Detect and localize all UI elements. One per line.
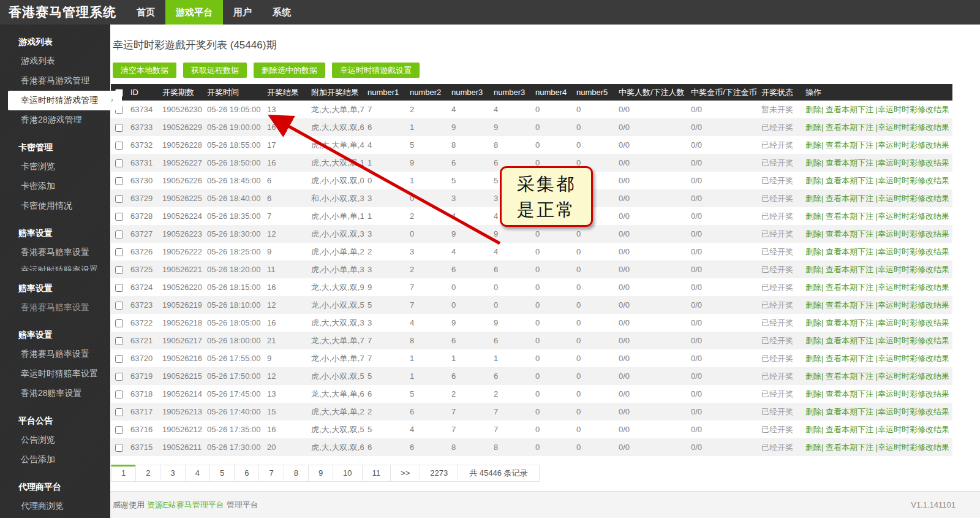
- toolbar-button-3[interactable]: 幸运时时猜遊戲设置: [332, 63, 420, 78]
- row-checkbox[interactable]: [115, 213, 123, 221]
- sidebar-item[interactable]: 公告浏览: [0, 430, 110, 450]
- delete-link[interactable]: 删除: [805, 354, 821, 363]
- delete-link[interactable]: 删除: [805, 158, 821, 167]
- sidebar-item[interactable]: 卡密浏览: [0, 157, 110, 177]
- sidebar-item[interactable]: 香港赛马赔率设置: [0, 298, 110, 318]
- sidebar-item[interactable]: 代理商浏览: [0, 497, 110, 516]
- delete-link[interactable]: 删除: [805, 318, 821, 327]
- delete-link[interactable]: 删除: [805, 283, 821, 292]
- modify-result-link[interactable]: 幸运时时彩修改结果: [878, 354, 949, 363]
- modify-result-link[interactable]: 幸运时时彩修改结果: [878, 123, 949, 132]
- sidebar-item[interactable]: 香港28赔率设置: [0, 384, 110, 403]
- page-button-6[interactable]: 6: [234, 465, 259, 482]
- sidebar-item[interactable]: 游戏列表: [0, 51, 110, 71]
- last-page-button[interactable]: 2273: [420, 465, 458, 482]
- delete-link[interactable]: 删除: [805, 371, 821, 381]
- delete-link[interactable]: 删除: [805, 336, 821, 345]
- page-button-5[interactable]: 5: [209, 465, 235, 482]
- view-bets-link[interactable]: 查看本期下注: [826, 158, 873, 167]
- view-bets-link[interactable]: 查看本期下注: [826, 443, 873, 452]
- delete-link[interactable]: 删除: [805, 247, 821, 256]
- toolbar-button-2[interactable]: 删除选中的数据: [254, 63, 325, 78]
- modify-result-link[interactable]: 幸运时时彩修改结果: [878, 389, 949, 398]
- row-checkbox[interactable]: [115, 284, 123, 292]
- delete-link[interactable]: 删除: [805, 265, 821, 274]
- sidebar-item-active[interactable]: 幸运时时猜游戏管理›: [8, 91, 122, 110]
- modify-result-link[interactable]: 幸运时时彩修改结果: [878, 194, 949, 203]
- sidebar-item[interactable]: 香港赛马赔率设置: [0, 345, 110, 364]
- row-checkbox[interactable]: [115, 248, 123, 256]
- view-bets-link[interactable]: 查看本期下注: [826, 407, 873, 416]
- row-checkbox[interactable]: [115, 159, 123, 167]
- delete-link[interactable]: 删除: [805, 425, 821, 434]
- sidebar-item[interactable]: 香港赛马游戏管理: [0, 71, 110, 91]
- modify-result-link[interactable]: 幸运时时彩修改结果: [878, 265, 949, 274]
- page-button-2[interactable]: 2: [135, 465, 160, 482]
- delete-link[interactable]: 删除: [805, 194, 821, 203]
- view-bets-link[interactable]: 查看本期下注: [826, 354, 873, 363]
- modify-result-link[interactable]: 幸运时时彩修改结果: [878, 247, 949, 256]
- modify-result-link[interactable]: 幸运时时彩修改结果: [878, 425, 949, 434]
- sidebar-item[interactable]: 幸运时时猜赔率设置: [0, 262, 110, 271]
- modify-result-link[interactable]: 幸运时时彩修改结果: [878, 140, 949, 150]
- view-bets-link[interactable]: 查看本期下注: [826, 425, 873, 434]
- sidebar-item[interactable]: 香港28游戏管理: [0, 110, 110, 130]
- delete-link[interactable]: 删除: [805, 211, 821, 221]
- delete-link[interactable]: 删除: [805, 389, 821, 398]
- modify-result-link[interactable]: 幸运时时彩修改结果: [878, 443, 949, 452]
- view-bets-link[interactable]: 查看本期下注: [826, 176, 873, 185]
- nav-item-3[interactable]: 系统: [262, 0, 301, 25]
- row-checkbox[interactable]: [115, 390, 123, 398]
- toolbar-button-0[interactable]: 清空本地数据: [113, 63, 176, 78]
- row-checkbox[interactable]: [115, 319, 123, 327]
- row-checkbox[interactable]: [115, 230, 123, 238]
- modify-result-link[interactable]: 幸运时时彩修改结果: [878, 229, 949, 238]
- footer-platform-link[interactable]: 资源E站赛马管理平台: [147, 500, 224, 511]
- modify-result-link[interactable]: 幸运时时彩修改结果: [878, 211, 949, 221]
- modify-result-link[interactable]: 幸运时时彩修改结果: [878, 336, 949, 345]
- row-checkbox[interactable]: [115, 426, 123, 434]
- modify-result-link[interactable]: 幸运时时彩修改结果: [878, 158, 949, 167]
- delete-link[interactable]: 删除: [805, 105, 821, 114]
- page-button-10[interactable]: 10: [333, 465, 362, 482]
- page-button-3[interactable]: 3: [160, 465, 185, 482]
- modify-result-link[interactable]: 幸运时时彩修改结果: [878, 176, 949, 185]
- page-button-8[interactable]: 8: [284, 465, 309, 482]
- sidebar-item[interactable]: 公告添加: [0, 450, 110, 470]
- modify-result-link[interactable]: 幸运时时彩修改结果: [878, 371, 949, 381]
- view-bets-link[interactable]: 查看本期下注: [826, 105, 873, 114]
- row-checkbox[interactable]: [115, 177, 123, 185]
- delete-link[interactable]: 删除: [805, 176, 821, 185]
- view-bets-link[interactable]: 查看本期下注: [826, 300, 873, 310]
- view-bets-link[interactable]: 查看本期下注: [826, 336, 873, 345]
- page-button-9[interactable]: 9: [308, 465, 333, 482]
- sidebar-item[interactable]: 香港赛马赔率设置: [0, 243, 110, 262]
- row-checkbox[interactable]: [115, 302, 123, 310]
- next-pages-button[interactable]: >>: [390, 465, 420, 482]
- modify-result-link[interactable]: 幸运时时彩修改结果: [878, 105, 949, 114]
- delete-link[interactable]: 删除: [805, 123, 821, 132]
- row-checkbox[interactable]: [115, 373, 123, 381]
- modify-result-link[interactable]: 幸运时时彩修改结果: [878, 407, 949, 416]
- delete-link[interactable]: 删除: [805, 229, 821, 238]
- nav-item-1[interactable]: 游戏平台: [165, 0, 223, 25]
- view-bets-link[interactable]: 查看本期下注: [826, 371, 873, 381]
- nav-item-2[interactable]: 用户: [223, 0, 262, 25]
- sidebar-item[interactable]: 卡密使用情况: [0, 196, 110, 216]
- nav-item-0[interactable]: 首页: [126, 0, 165, 25]
- modify-result-link[interactable]: 幸运时时彩修改结果: [878, 318, 949, 327]
- row-checkbox[interactable]: [115, 195, 123, 203]
- row-checkbox[interactable]: [115, 124, 123, 132]
- view-bets-link[interactable]: 查看本期下注: [826, 265, 873, 274]
- modify-result-link[interactable]: 幸运时时彩修改结果: [878, 283, 949, 292]
- modify-result-link[interactable]: 幸运时时彩修改结果: [878, 300, 949, 310]
- row-checkbox[interactable]: [115, 355, 123, 363]
- view-bets-link[interactable]: 查看本期下注: [826, 140, 873, 150]
- view-bets-link[interactable]: 查看本期下注: [826, 389, 873, 398]
- view-bets-link[interactable]: 查看本期下注: [826, 318, 873, 327]
- view-bets-link[interactable]: 查看本期下注: [826, 123, 873, 132]
- row-checkbox[interactable]: [115, 408, 123, 416]
- view-bets-link[interactable]: 查看本期下注: [826, 247, 873, 256]
- delete-link[interactable]: 删除: [805, 300, 821, 310]
- view-bets-link[interactable]: 查看本期下注: [826, 194, 873, 203]
